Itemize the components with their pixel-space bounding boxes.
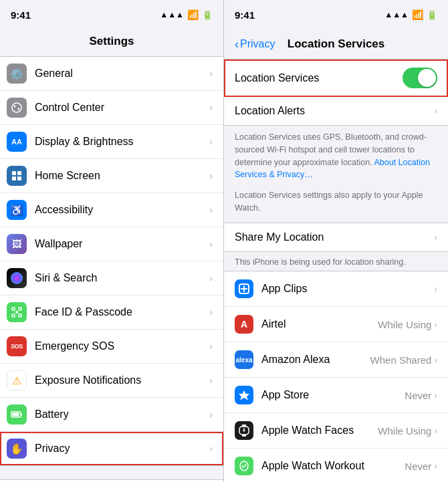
amazon-alexa-row[interactable]: alexa Amazon Alexa When Shared › bbox=[224, 342, 448, 378]
chevron-icon: › bbox=[209, 409, 213, 420]
sidebar-item-battery[interactable]: Battery › bbox=[0, 398, 223, 432]
location-alerts-row[interactable]: Location Alerts › bbox=[224, 97, 448, 125]
location-services-label: Location Services bbox=[235, 72, 403, 84]
right-status-icons: ▲▲▲ 📶 🔋 bbox=[384, 9, 437, 20]
location-services-panel: 9:41 ▲▲▲ 📶 🔋 ‹ Privacy Location Services… bbox=[224, 0, 448, 482]
svg-rect-11 bbox=[19, 314, 21, 317]
location-services-toggle-row[interactable]: Location Services bbox=[224, 59, 448, 97]
app-store-value: Never bbox=[405, 390, 431, 401]
sos-label: Emergency SOS bbox=[35, 340, 209, 352]
app-store-row[interactable]: App Store Never › bbox=[224, 378, 448, 413]
control-center-label: Control Center bbox=[35, 102, 209, 114]
sidebar-item-privacy[interactable]: ✋ Privacy › bbox=[0, 432, 223, 465]
svg-rect-5 bbox=[12, 176, 16, 180]
right-nav-bar: ‹ Privacy Location Services bbox=[224, 29, 448, 59]
sidebar-item-sos[interactable]: SOS Emergency SOS › bbox=[0, 330, 223, 364]
svg-rect-21 bbox=[242, 425, 246, 427]
sidebar-item-wallpaper[interactable]: 🖼 Wallpaper › bbox=[0, 227, 223, 261]
sidebar-item-exposure[interactable]: ⚠ Exposure Notifications › bbox=[0, 364, 223, 398]
location-info-text: Location Services uses GPS, Bluetooth, a… bbox=[224, 126, 448, 187]
chevron-icon: › bbox=[209, 170, 213, 181]
app-clips-icon bbox=[235, 279, 253, 298]
accessibility-icon: ♿ bbox=[7, 200, 27, 220]
sidebar-item-display[interactable]: AA Display & Brightness › bbox=[0, 125, 223, 159]
siri-icon bbox=[7, 268, 27, 288]
wallpaper-label: Wallpaper bbox=[35, 238, 209, 250]
location-services-toggle[interactable] bbox=[403, 68, 437, 88]
chevron-icon: › bbox=[209, 136, 213, 147]
apple-watch-workout-value: Never bbox=[405, 461, 431, 472]
app-clips-row[interactable]: App Clips › bbox=[224, 271, 448, 307]
svg-rect-6 bbox=[17, 176, 21, 180]
sidebar-item-accessibility[interactable]: ♿ Accessibility › bbox=[0, 193, 223, 227]
apple-watch-faces-row[interactable]: Apple Watch Faces While Using › bbox=[224, 413, 448, 449]
faceid-icon bbox=[7, 302, 27, 322]
airtel-label: Airtel bbox=[261, 318, 378, 330]
battery-settings-icon bbox=[7, 404, 27, 425]
privacy-icon: ✋ bbox=[7, 439, 27, 459]
sidebar-item-home-screen[interactable]: Home Screen › bbox=[0, 159, 223, 193]
info-text-2: Location Services settings also apply to… bbox=[235, 191, 423, 213]
exposure-label: Exposure Notifications bbox=[35, 374, 209, 386]
apple-watch-faces-label: Apple Watch Faces bbox=[261, 425, 378, 437]
chevron-icon: › bbox=[434, 390, 437, 400]
general-label: General bbox=[35, 68, 209, 80]
apple-watch-workout-row[interactable]: Apple Watch Workout Never › bbox=[224, 449, 448, 482]
location-alerts-label: Location Alerts bbox=[235, 105, 434, 117]
battery-label: Battery bbox=[35, 408, 209, 420]
settings-section-main: ⚙️ General › Control Center › AA Display… bbox=[0, 56, 223, 466]
app-clips-label: App Clips bbox=[261, 283, 434, 295]
sidebar-item-faceid[interactable]: Face ID & Passcode › bbox=[0, 295, 223, 330]
airtel-row[interactable]: A Airtel While Using › bbox=[224, 307, 448, 342]
accessibility-label: Accessibility bbox=[35, 204, 209, 216]
chevron-icon: › bbox=[209, 205, 213, 215]
wallpaper-icon: 🖼 bbox=[7, 234, 27, 254]
amazon-alexa-icon: alexa bbox=[235, 350, 253, 369]
chevron-icon: › bbox=[434, 319, 437, 330]
svg-point-1 bbox=[14, 106, 16, 108]
signal-icon: ▲▲▲ bbox=[384, 10, 409, 19]
right-header: 9:41 ▲▲▲ 📶 🔋 ‹ Privacy Location Services bbox=[224, 0, 448, 59]
share-my-location-label: Share My Location bbox=[235, 231, 434, 243]
settings-title: Settings bbox=[0, 29, 223, 56]
chevron-icon: › bbox=[209, 68, 213, 79]
right-time: 9:41 bbox=[235, 9, 255, 21]
sos-icon: SOS bbox=[7, 336, 27, 356]
location-info-text-2: Location Services settings also apply to… bbox=[224, 187, 448, 223]
svg-point-12 bbox=[15, 311, 18, 314]
svg-rect-14 bbox=[21, 413, 22, 416]
sidebar-item-control-center[interactable]: Control Center › bbox=[0, 91, 223, 125]
back-label: Privacy bbox=[240, 38, 275, 50]
display-icon: AA bbox=[7, 132, 27, 152]
location-services-section: Location Services Location Alerts › bbox=[224, 59, 448, 126]
share-location-subtext: This iPhone is being used for location s… bbox=[224, 252, 448, 271]
back-button[interactable]: ‹ Privacy bbox=[235, 37, 275, 51]
svg-rect-15 bbox=[13, 413, 19, 416]
apple-watch-workout-icon bbox=[235, 457, 253, 475]
apple-watch-workout-label: Apple Watch Workout bbox=[261, 460, 405, 472]
share-my-location-row[interactable]: Share My Location › bbox=[224, 223, 448, 251]
airtel-value: While Using bbox=[378, 319, 431, 330]
amazon-alexa-value: When Shared bbox=[370, 354, 432, 366]
home-screen-icon bbox=[7, 166, 27, 186]
faceid-label: Face ID & Passcode bbox=[35, 306, 209, 318]
settings-list: ⚙️ General › Control Center › AA Display… bbox=[0, 56, 223, 482]
chevron-icon: › bbox=[434, 283, 437, 294]
sidebar-item-general[interactable]: ⚙️ General › bbox=[0, 57, 223, 91]
back-chevron-icon: ‹ bbox=[235, 37, 239, 51]
chevron-icon: › bbox=[209, 307, 213, 318]
svg-rect-22 bbox=[242, 435, 246, 437]
apple-watch-faces-value: While Using bbox=[378, 425, 431, 437]
signal-icon: ▲▲▲ bbox=[160, 10, 184, 19]
svg-rect-3 bbox=[12, 171, 16, 175]
svg-point-0 bbox=[12, 103, 21, 112]
svg-point-7 bbox=[11, 272, 23, 284]
left-status-icons: ▲▲▲ 📶 🔋 bbox=[160, 9, 213, 20]
settings-panel: 9:41 ▲▲▲ 📶 🔋 Settings ⚙️ General › Contr… bbox=[0, 0, 224, 482]
chevron-icon: › bbox=[434, 106, 437, 116]
svg-rect-9 bbox=[19, 308, 21, 310]
settings-section-stores: App Store › Wallet & Apple Pay › bbox=[0, 479, 223, 482]
sidebar-item-siri[interactable]: Siri & Search › bbox=[0, 261, 223, 295]
app-store-row-icon bbox=[235, 386, 253, 404]
chevron-icon: › bbox=[434, 461, 437, 471]
